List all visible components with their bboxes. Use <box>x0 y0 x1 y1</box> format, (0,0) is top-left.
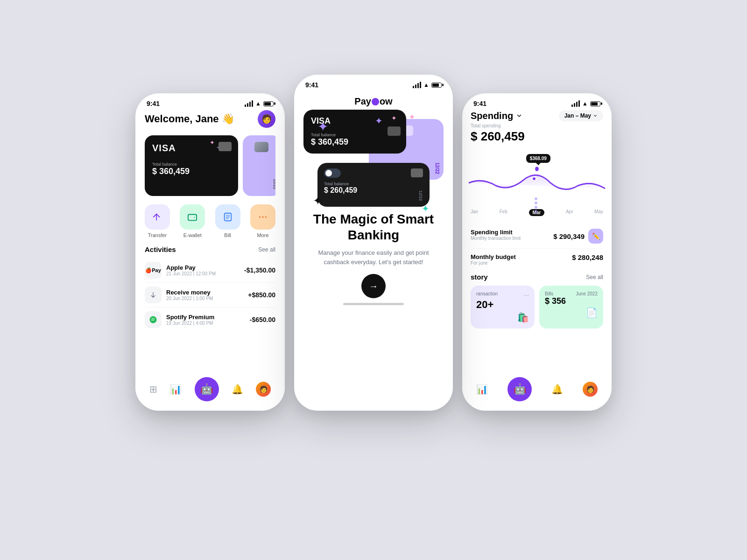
activity-apple-left: 🍎Pay Apple Pay 21 Jun 2022 | 12:00 PM <box>145 262 216 279</box>
chart-label-may: May <box>594 209 603 216</box>
activity-receive-name: Receive money <box>166 289 213 296</box>
svg-point-3 <box>262 217 264 218</box>
center-card-bottom-info: Total balance $ 260,459 <box>324 168 357 195</box>
svg-point-5 <box>150 316 157 323</box>
spending-limit-sub: Monthly transaction limit <box>471 236 521 241</box>
nav-bell-icon-right[interactable]: 🔔 <box>551 384 563 395</box>
center-balance-label-2: Total balance <box>324 182 357 186</box>
date-filter[interactable]: Jan – May <box>559 110 603 121</box>
spotify-icon <box>145 311 162 328</box>
chevron-down-icon[interactable] <box>516 112 522 119</box>
bills-label: Bills <box>545 291 553 296</box>
bills-card[interactable]: Bills June 2022 $ 356 📄 <box>539 286 603 329</box>
status-icons-center: ▲ <box>413 82 442 88</box>
avatar[interactable]: 🧑 <box>258 110 275 128</box>
nav-chart-icon[interactable]: 📊 <box>170 384 182 395</box>
monthly-budget-title: Monthly budget <box>471 253 516 260</box>
history-title: story <box>471 273 488 281</box>
battery-icon-right <box>590 101 600 106</box>
transaction-card[interactable]: ransaction ··· 20+ 🛍️ <box>471 286 535 329</box>
activity-apple-amount: -$1,350.00 <box>244 266 275 274</box>
spending-title-row: Spending <box>471 111 522 121</box>
phones-container: 9:41 ▲ Welcome, Jane 👋 🧑 <box>93 47 654 513</box>
action-more[interactable]: More <box>250 204 275 238</box>
chart-label-apr: Apr <box>566 209 573 216</box>
activity-apple-pay[interactable]: 🍎Pay Apple Pay 21 Jun 2022 | 12:00 PM -$… <box>145 258 275 283</box>
nav-center-button-right[interactable]: 🤖 <box>507 377 532 401</box>
paynow-logo: Payow <box>294 91 453 110</box>
transaction-label: ransaction <box>476 291 498 299</box>
transfer-label: Transfer <box>148 232 167 238</box>
receive-icon <box>145 287 162 303</box>
activity-spotify-amount: -$650.00 <box>250 316 275 323</box>
monthly-budget-sub: For june <box>471 260 516 266</box>
see-all-activities[interactable]: See all <box>258 246 275 253</box>
ewallet-icon <box>180 204 205 230</box>
center-card-chip-2 <box>411 168 423 177</box>
signal-icon <box>245 100 253 107</box>
center-card-right-col: 12/22 <box>411 168 423 201</box>
magic-title: The Magic of Smart Banking <box>305 211 442 243</box>
spending-limit-amount: $ 290,349 <box>553 232 585 240</box>
more-label: More <box>257 232 268 238</box>
card-balance: $ 360,459 <box>152 167 231 176</box>
action-ewallet[interactable]: E-wallet <box>180 204 205 238</box>
monthly-budget-card: Monthly budget For june $ 280,248 <box>471 249 603 270</box>
svg-point-2 <box>259 217 261 218</box>
status-icons-left: ▲ <box>245 100 274 107</box>
transaction-icon: 🛍️ <box>517 312 529 322</box>
bottom-nav-right: 📊 🤖 🔔 🧑 <box>462 373 612 411</box>
activity-spotify-date: 19 Jun 2022 | 4:00 PM <box>166 321 214 326</box>
history-section-header: story See all <box>471 273 603 281</box>
nav-bell-icon[interactable]: 🔔 <box>232 384 243 395</box>
transaction-dots[interactable]: ··· <box>523 291 529 299</box>
activity-receive-date: 20 Jun 2022 | 1:00 PM <box>166 296 213 301</box>
phone-center: 9:41 ▲ Payow ✦ ✦ ✦ ✦ <box>294 75 453 411</box>
toggle-switch[interactable] <box>324 168 341 178</box>
nav-avatar[interactable]: 🧑 <box>256 382 271 397</box>
bills-icon: 📄 <box>586 308 598 318</box>
see-all-history[interactable]: See all <box>586 274 603 280</box>
action-bill[interactable]: Bill <box>215 204 240 238</box>
center-card-sparkle: ✦ <box>375 115 383 126</box>
nav-avatar-right[interactable]: 🧑 <box>583 382 598 397</box>
chart-tooltip: $368.09 <box>526 154 550 163</box>
total-spending-label: Total spending <box>471 123 603 128</box>
spending-limit-icon[interactable]: ✏️ <box>588 229 603 244</box>
bill-icon <box>215 204 240 230</box>
signal-icon-center <box>413 82 421 88</box>
total-spending-amount: $ 260,459 <box>471 129 603 144</box>
svg-point-4 <box>265 217 267 218</box>
phone-left: 9:41 ▲ Welcome, Jane 👋 🧑 <box>135 93 285 411</box>
activity-spotify-name: Spotify Premium <box>166 314 214 321</box>
transaction-icon-area: 🛍️ <box>476 312 529 323</box>
time-center: 9:41 <box>305 81 318 89</box>
action-transfer[interactable]: Transfer <box>145 204 170 238</box>
center-expiry-2: 12/22 <box>418 190 423 201</box>
nav-center-button[interactable]: 🤖 <box>195 377 219 401</box>
get-started-button[interactable]: → <box>361 274 386 298</box>
secondary-card[interactable]: 12/22 <box>243 135 275 196</box>
chart-label-jan: Jan <box>471 209 478 216</box>
nav-grid-icon[interactable]: ⊞ <box>149 384 157 395</box>
center-card-black-bottom[interactable]: Total balance $ 260,459 12/22 <box>317 163 430 207</box>
activity-receive-info: Receive money 20 Jun 2022 | 1:00 PM <box>166 289 213 301</box>
activities-title: Activities <box>145 245 176 253</box>
transaction-header: ransaction ··· <box>476 291 529 299</box>
battery-icon-center <box>431 83 442 88</box>
activity-apple-date: 21 Jun 2022 | 12:00 PM <box>166 271 216 276</box>
magic-subtitle: Manage your finance easily and get point… <box>305 248 442 266</box>
center-expiry-purple: 12/22 <box>435 162 440 174</box>
nav-bar-icon-right[interactable]: 📊 <box>476 384 488 395</box>
time-right: 9:41 <box>473 100 486 107</box>
balance-label: Total balance <box>152 162 231 167</box>
more-icon <box>250 204 275 230</box>
sparkle-pink-top: ✦ <box>409 112 416 122</box>
sparkle-teal: ✦ <box>422 203 430 214</box>
activity-receive[interactable]: Receive money 20 Jun 2022 | 1:00 PM +$85… <box>145 283 275 308</box>
home-indicator-center <box>343 303 404 305</box>
activity-spotify[interactable]: Spotify Premium 19 Jun 2022 | 4:00 PM -$… <box>145 308 275 332</box>
phone-right: 9:41 ▲ Spending Jan – Ma <box>462 93 612 411</box>
wifi-icon-center: ▲ <box>423 82 429 88</box>
main-card[interactable]: VISA ✦ ✦ Total balance $ 360,459 <box>145 135 238 196</box>
